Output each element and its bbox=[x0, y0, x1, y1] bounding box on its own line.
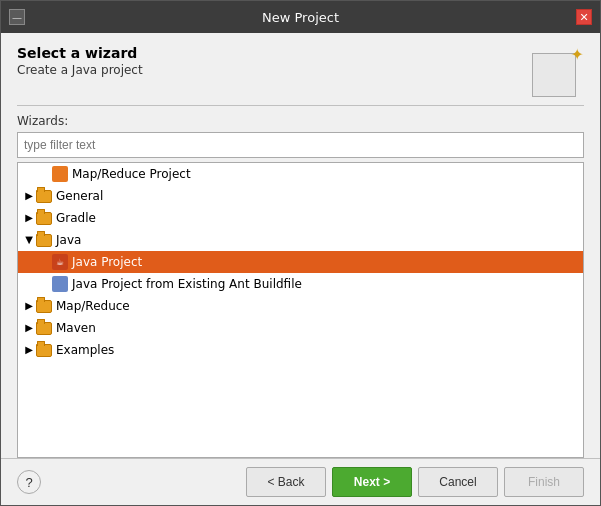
tree-item-label: Gradle bbox=[56, 211, 96, 225]
tree-item-gradle[interactable]: ▶ Gradle bbox=[18, 207, 583, 229]
header-divider bbox=[17, 105, 584, 106]
header-title: Select a wizard bbox=[17, 45, 532, 61]
sparkle-icon: ✦ bbox=[571, 45, 584, 64]
tree-item-general[interactable]: ▶ General bbox=[18, 185, 583, 207]
dialog-footer: ? < Back Next > Cancel Finish bbox=[1, 458, 600, 505]
tree-item-label: Java Project bbox=[72, 255, 142, 269]
help-button[interactable]: ? bbox=[17, 470, 41, 494]
expand-arrow-maven: ▶ bbox=[22, 321, 36, 335]
dialog-title: New Project bbox=[25, 10, 576, 25]
expand-arrow-map-reduce: ▶ bbox=[22, 299, 36, 313]
ant-icon bbox=[52, 276, 68, 292]
no-arrow bbox=[38, 167, 52, 181]
folder-icon-map-reduce bbox=[36, 300, 52, 313]
tree-item-java[interactable]: ▼ Java bbox=[18, 229, 583, 251]
tree-item-map-reduce[interactable]: ▶ Map/Reduce bbox=[18, 295, 583, 317]
tree-item-label: Java bbox=[56, 233, 81, 247]
tree-container[interactable]: Map/Reduce Project ▶ General ▶ Gradle ▼ … bbox=[17, 162, 584, 458]
filter-input[interactable] bbox=[17, 132, 584, 158]
folder-icon-gradle bbox=[36, 212, 52, 225]
finish-button[interactable]: Finish bbox=[504, 467, 584, 497]
mapreduce-icon bbox=[52, 166, 68, 182]
footer-left: ? bbox=[17, 470, 41, 494]
tree-item-label: Java Project from Existing Ant Buildfile bbox=[72, 277, 302, 291]
tree-item-label: Map/Reduce Project bbox=[72, 167, 191, 181]
wizard-icon: ✦ bbox=[532, 45, 584, 97]
tree-item-examples[interactable]: ▶ Examples bbox=[18, 339, 583, 361]
header-text: Select a wizard Create a Java project bbox=[17, 45, 532, 77]
folder-icon-general bbox=[36, 190, 52, 203]
expand-arrow-general: ▶ bbox=[22, 189, 36, 203]
dialog-content: Select a wizard Create a Java project ✦ … bbox=[1, 33, 600, 458]
expand-arrow-gradle: ▶ bbox=[22, 211, 36, 225]
cancel-button[interactable]: Cancel bbox=[418, 467, 498, 497]
header-subtitle: Create a Java project bbox=[17, 63, 532, 77]
tree-item-label: Maven bbox=[56, 321, 96, 335]
wizard-icon-inner bbox=[532, 53, 576, 97]
tree-item-java-ant[interactable]: Java Project from Existing Ant Buildfile bbox=[18, 273, 583, 295]
footer-right: < Back Next > Cancel Finish bbox=[246, 467, 584, 497]
wizards-label: Wizards: bbox=[17, 114, 584, 128]
minimize-button[interactable]: — bbox=[9, 9, 25, 25]
expand-arrow-examples: ▶ bbox=[22, 343, 36, 357]
titlebar: — New Project ✕ bbox=[1, 1, 600, 33]
tree-item-mapreduce-project[interactable]: Map/Reduce Project bbox=[18, 163, 583, 185]
tree-item-label: Map/Reduce bbox=[56, 299, 130, 313]
back-button[interactable]: < Back bbox=[246, 467, 326, 497]
no-arrow-ant bbox=[38, 277, 52, 291]
no-arrow-java-project bbox=[38, 255, 52, 269]
tree-item-label: Examples bbox=[56, 343, 114, 357]
new-project-dialog: — New Project ✕ Select a wizard Create a… bbox=[0, 0, 601, 506]
titlebar-right-controls: ✕ bbox=[576, 9, 592, 25]
folder-icon-java bbox=[36, 234, 52, 247]
header-area: Select a wizard Create a Java project ✦ bbox=[17, 45, 584, 97]
java-project-icon: ☕ bbox=[52, 254, 68, 270]
tree-item-java-project[interactable]: ☕ Java Project bbox=[18, 251, 583, 273]
next-button[interactable]: Next > bbox=[332, 467, 412, 497]
close-button[interactable]: ✕ bbox=[576, 9, 592, 25]
folder-icon-examples bbox=[36, 344, 52, 357]
expand-arrow-java: ▼ bbox=[22, 233, 36, 247]
titlebar-controls: — bbox=[9, 9, 25, 25]
folder-icon-maven bbox=[36, 322, 52, 335]
tree-item-maven[interactable]: ▶ Maven bbox=[18, 317, 583, 339]
tree-item-label: General bbox=[56, 189, 103, 203]
